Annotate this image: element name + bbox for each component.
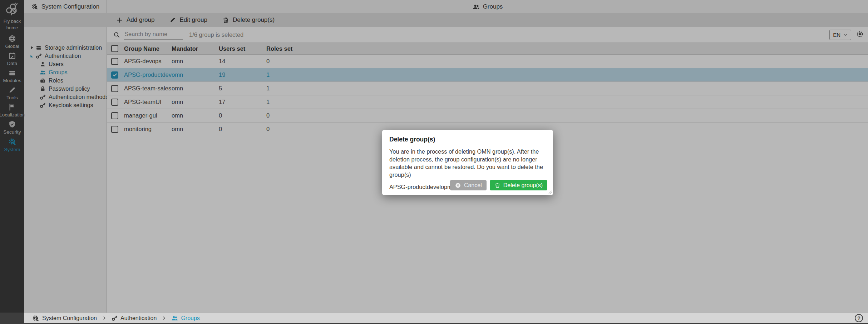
chevron-right-icon: [162, 316, 166, 320]
breadcrumb-system-configuration[interactable]: System Configuration: [32, 315, 97, 322]
question-mark-icon: ?: [857, 315, 860, 321]
key-icon: [112, 315, 118, 321]
breadcrumb-label: System Configuration: [42, 315, 97, 321]
confirm-delete-label: Delete group(s): [503, 182, 543, 189]
delete-groups-dialog: Delete group(s) You are in the process o…: [382, 130, 553, 195]
cancel-button[interactable]: Cancel: [450, 180, 487, 190]
trash-icon: [494, 182, 500, 188]
gear-wrench-icon: [32, 315, 39, 322]
cancel-label: Cancel: [464, 182, 482, 189]
dialog-resize-handle[interactable]: [548, 190, 552, 194]
circle-x-icon: [455, 182, 461, 189]
breadcrumb-authentication[interactable]: Authentication: [112, 315, 157, 321]
breadcrumb-label: Authentication: [120, 315, 157, 321]
dialog-message: You are in the process of deleting OMN g…: [389, 148, 546, 179]
dialog-actions: Cancel Delete group(s): [450, 180, 547, 190]
help-button[interactable]: ?: [855, 314, 863, 322]
confirm-delete-button[interactable]: Delete group(s): [490, 180, 547, 190]
breadcrumb-label: Groups: [181, 315, 199, 321]
breadcrumb-groups[interactable]: Groups: [171, 315, 199, 321]
chevron-right-icon: [102, 316, 107, 320]
breadcrumb-bar: System Configuration Authentication Grou…: [24, 313, 868, 323]
dialog-title: Delete group(s): [389, 136, 546, 143]
people-icon: [171, 315, 178, 321]
